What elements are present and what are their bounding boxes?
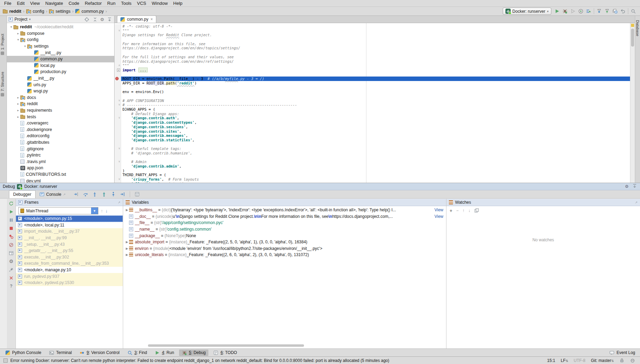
search-everywhere-button[interactable] [629,8,637,15]
force-step-into-button[interactable] [101,190,107,198]
tree-item-compose[interactable]: ▸compose [7,30,114,37]
float-arrow-icon[interactable]: ↗ [635,201,638,204]
resume-button[interactable] [7,209,15,214]
frame-row[interactable]: __getattr__, __init__.py:55 [16,247,123,254]
step-over-button[interactable] [82,190,89,198]
undo-button[interactable] [619,8,627,15]
run-configuration-select[interactable]: dj Docker: runserver ▾ [503,8,551,15]
editor-gutter[interactable] [115,133,121,138]
tree-arrow-icon[interactable]: ▸ [16,115,20,119]
next-frame-button[interactable]: ↓ [106,208,108,213]
tree-arrow-icon[interactable]: ▸ [16,32,20,35]
editor-gutter[interactable]: ∨ [115,29,121,33]
chevron-down-icon[interactable]: ▾ [29,18,31,21]
variable-row[interactable]: ▶environ = {module} <module 'environ' fr… [123,245,446,252]
editor-gutter[interactable] [115,138,121,142]
editor-gutter[interactable] [115,42,121,46]
editor-gutter[interactable] [115,125,121,129]
close-icon[interactable]: × [150,17,153,22]
breadcrumb-common-py[interactable]: common.py [75,9,104,14]
editor-gutter[interactable] [115,85,121,90]
tree-item--pylintrc[interactable]: .pylintrc [7,152,114,159]
gear-icon[interactable]: ⚙︎ [100,17,104,22]
tree-arrow-icon[interactable]: ▸ [16,96,20,99]
editor-gutter[interactable]: ∨ [115,116,121,120]
view-link[interactable]: View [434,214,446,219]
editor-gutter[interactable]: ∨ [115,177,121,182]
variable-row[interactable]: __name__ = {str}'config.settings.common' [123,226,446,233]
tree-item-dev-yml[interactable]: dev.yml [7,178,114,183]
frame-row[interactable]: run, pydevd.py:937 [16,273,123,280]
frame-row[interactable]: <module>, common.py:15 [16,215,123,222]
collapse-all-button[interactable] [92,16,98,23]
vcs-commit-button[interactable]: VCS [603,8,611,15]
editor-gutter[interactable] [115,46,121,50]
tree-item--travis-yml[interactable]: .travis.yml [7,158,114,165]
locate-button[interactable] [83,16,90,23]
encoding-selector[interactable]: UTF-8 [574,358,585,363]
tree-arrow-icon[interactable]: ▾ [9,25,13,29]
tree-item--gitignore[interactable]: .gitignore [7,145,114,152]
hide-panel-button[interactable] [106,16,112,23]
code-area[interactable]: # -*- coding: utf-8 -*-∨"""Django settin… [115,23,630,183]
editor-gutter[interactable]: ∨ [115,160,121,164]
project-panel-title[interactable]: Project [14,17,27,22]
tool-tab-find[interactable]: 3: Find [125,350,150,356]
frame-row[interactable]: <module>, pydevd.py:1530 [16,280,123,286]
tree-item-app-json[interactable]: {}app.json [7,165,114,171]
git-branch-selector[interactable]: Git: master⇅ [591,358,614,363]
menu-file[interactable]: File [1,0,14,6]
tree-arrow-icon[interactable]: ▸ [16,109,20,112]
frame-row[interactable]: <module>, manage.py:10 [16,267,123,273]
tool-tab-debug[interactable]: 5: Debug [179,350,209,356]
stripe-tab-project[interactable]: 1: Project [0,34,4,55]
tree-arrow-icon[interactable]: ▾ [23,44,27,48]
editor-gutter[interactable] [115,120,121,125]
editor-gutter[interactable] [115,155,121,160]
restore-layout-button[interactable] [7,250,15,256]
tool-tab-python-console[interactable]: Python Console [3,350,44,356]
editor-gutter[interactable] [115,142,121,147]
gear-icon[interactable]: ⚙︎ [7,259,15,264]
stop-button[interactable] [7,225,15,231]
expand-arrow-icon[interactable]: ▶ [125,247,129,250]
breadcrumb-settings[interactable]: settings [49,9,70,14]
tree-item-wsgi-py[interactable]: wsgi.py [7,88,114,94]
menu-vcs[interactable]: VCS [134,0,149,6]
frame-row[interactable]: execute, __init__.py:302 [16,254,123,261]
editor-gutter[interactable] [115,59,121,64]
caret-position[interactable]: 15:1 [547,358,555,363]
evaluate-expression-button[interactable] [134,190,140,198]
debug-button[interactable] [561,8,569,15]
menu-view[interactable]: View [27,0,42,6]
event-log-button[interactable]: Event Log [609,350,637,355]
tree-arrow-icon[interactable]: ▾ [16,38,20,41]
minus-icon[interactable]: − [456,208,459,213]
thread-selector[interactable]: MainThread ▼ [18,207,98,214]
run-to-cursor-button[interactable] [119,190,126,198]
vcs-update-button[interactable]: VCS [595,8,603,15]
stripe-tab-database[interactable]: Database [636,20,640,36]
tree-item-requirements[interactable]: ▸requirements [7,107,114,114]
step-out-button[interactable] [110,190,117,198]
tool-tab-todo[interactable]: 6: TODO [210,350,240,356]
line-ending-selector[interactable]: LF⇅ [561,358,568,363]
frame-row[interactable]: _setup, __init__.py:43 [16,241,123,247]
tree-item-tests[interactable]: ▸tests [7,113,114,120]
menu-run[interactable]: Run [105,0,118,6]
view-breakpoints-button[interactable] [7,234,15,239]
tree-item-__init__-py[interactable]: __init__.py [7,75,114,82]
editor-gutter[interactable] [115,33,121,37]
editor-gutter[interactable] [115,72,121,77]
arrow-down-icon[interactable]: ↓ [468,208,470,213]
close-button[interactable] [7,275,15,281]
profiler-button[interactable] [577,8,585,15]
tree-item-urls-py[interactable]: urls.py [7,81,114,88]
editor-gutter[interactable] [115,112,121,116]
editor-gutter[interactable] [115,169,121,173]
editor-gutter[interactable] [115,77,121,81]
horizontal-scrollbar[interactable] [148,344,304,347]
fold-expand-icon[interactable]: + [117,69,120,72]
view-link[interactable]: View [434,208,446,212]
tree-arrow-icon[interactable]: ▸ [16,102,20,105]
